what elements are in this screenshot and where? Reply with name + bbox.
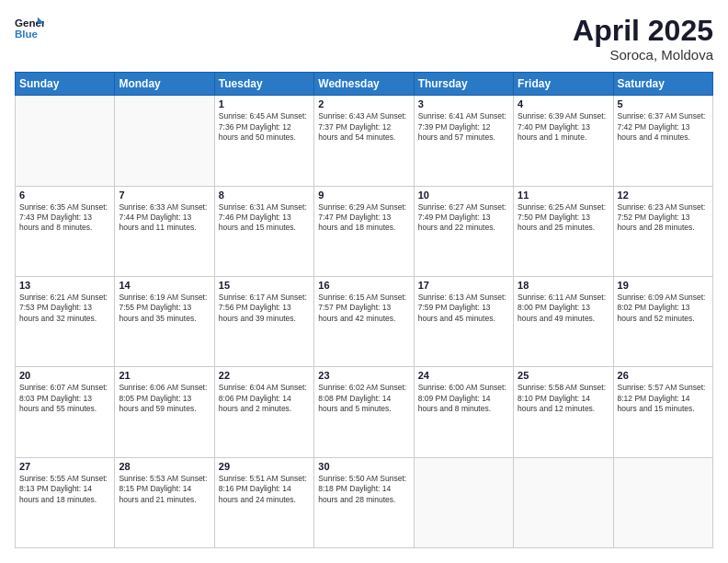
- title-block: April 2025 Soroca, Moldova: [573, 15, 713, 63]
- day-info: Sunrise: 6:41 AM Sunset: 7:39 PM Dayligh…: [418, 111, 509, 143]
- day-number: 8: [219, 190, 310, 201]
- day-number: 15: [219, 280, 310, 291]
- day-number: 22: [219, 370, 310, 381]
- calendar-cell: 18Sunrise: 6:11 AM Sunset: 8:00 PM Dayli…: [514, 276, 613, 366]
- day-number: 20: [19, 370, 110, 381]
- logo: General Blue General Blue: [15, 15, 44, 40]
- calendar-cell: 12Sunrise: 6:23 AM Sunset: 7:52 PM Dayli…: [613, 186, 712, 276]
- calendar-cell: [613, 457, 712, 547]
- day-number: 30: [318, 461, 409, 472]
- calendar-cell: [514, 457, 613, 547]
- calendar-cell: [115, 96, 214, 186]
- day-info: Sunrise: 5:53 AM Sunset: 8:15 PM Dayligh…: [119, 474, 210, 505]
- day-number: 2: [318, 98, 409, 109]
- day-number: 3: [418, 98, 509, 109]
- day-info: Sunrise: 6:43 AM Sunset: 7:37 PM Dayligh…: [318, 111, 409, 143]
- header: General Blue General Blue April 2025 Sor…: [15, 15, 713, 63]
- week-row-0: 1Sunrise: 6:45 AM Sunset: 7:36 PM Daylig…: [16, 96, 713, 186]
- day-info: Sunrise: 6:45 AM Sunset: 7:36 PM Dayligh…: [219, 111, 310, 143]
- col-thursday: Thursday: [414, 73, 513, 96]
- calendar-cell: 4Sunrise: 6:39 AM Sunset: 7:40 PM Daylig…: [514, 96, 613, 186]
- day-info: Sunrise: 6:15 AM Sunset: 7:57 PM Dayligh…: [318, 293, 409, 324]
- header-row: Sunday Monday Tuesday Wednesday Thursday…: [16, 73, 713, 96]
- page: General Blue General Blue April 2025 Sor…: [0, 0, 728, 563]
- day-info: Sunrise: 6:04 AM Sunset: 8:06 PM Dayligh…: [219, 383, 310, 414]
- day-info: Sunrise: 6:23 AM Sunset: 7:52 PM Dayligh…: [618, 202, 709, 234]
- week-row-4: 27Sunrise: 5:55 AM Sunset: 8:13 PM Dayli…: [16, 457, 713, 547]
- day-info: Sunrise: 6:37 AM Sunset: 7:42 PM Dayligh…: [618, 111, 709, 143]
- day-info: Sunrise: 6:29 AM Sunset: 7:47 PM Dayligh…: [318, 202, 409, 234]
- day-info: Sunrise: 6:02 AM Sunset: 8:08 PM Dayligh…: [318, 383, 409, 414]
- day-info: Sunrise: 5:51 AM Sunset: 8:16 PM Dayligh…: [219, 474, 310, 505]
- logo-icon: General Blue: [15, 15, 44, 40]
- calendar-cell: 7Sunrise: 6:33 AM Sunset: 7:44 PM Daylig…: [115, 186, 214, 276]
- calendar-cell: 27Sunrise: 5:55 AM Sunset: 8:13 PM Dayli…: [16, 457, 115, 547]
- day-number: 25: [518, 370, 609, 381]
- calendar-cell: 23Sunrise: 6:02 AM Sunset: 8:08 PM Dayli…: [314, 367, 414, 457]
- day-info: Sunrise: 6:06 AM Sunset: 8:05 PM Dayligh…: [119, 383, 210, 414]
- day-number: 27: [19, 461, 110, 472]
- calendar-cell: 25Sunrise: 5:58 AM Sunset: 8:10 PM Dayli…: [514, 367, 613, 457]
- day-info: Sunrise: 6:11 AM Sunset: 8:00 PM Dayligh…: [518, 293, 609, 324]
- calendar-cell: 3Sunrise: 6:41 AM Sunset: 7:39 PM Daylig…: [414, 96, 513, 186]
- day-number: 4: [518, 98, 609, 109]
- calendar-cell: 9Sunrise: 6:29 AM Sunset: 7:47 PM Daylig…: [314, 186, 414, 276]
- calendar-cell: 26Sunrise: 5:57 AM Sunset: 8:12 PM Dayli…: [613, 367, 712, 457]
- day-info: Sunrise: 5:57 AM Sunset: 8:12 PM Dayligh…: [618, 383, 709, 414]
- day-number: 28: [119, 461, 210, 472]
- day-info: Sunrise: 6:07 AM Sunset: 8:03 PM Dayligh…: [19, 383, 110, 414]
- day-number: 13: [19, 280, 110, 291]
- calendar-cell: 24Sunrise: 6:00 AM Sunset: 8:09 PM Dayli…: [414, 367, 513, 457]
- col-tuesday: Tuesday: [214, 73, 313, 96]
- day-info: Sunrise: 6:39 AM Sunset: 7:40 PM Dayligh…: [518, 111, 609, 143]
- calendar-cell: 5Sunrise: 6:37 AM Sunset: 7:42 PM Daylig…: [613, 96, 712, 186]
- calendar-cell: 28Sunrise: 5:53 AM Sunset: 8:15 PM Dayli…: [115, 457, 214, 547]
- calendar-cell: 2Sunrise: 6:43 AM Sunset: 7:37 PM Daylig…: [314, 96, 414, 186]
- day-number: 18: [518, 280, 609, 291]
- week-row-1: 6Sunrise: 6:35 AM Sunset: 7:43 PM Daylig…: [16, 186, 713, 276]
- day-number: 16: [318, 280, 409, 291]
- calendar-table: Sunday Monday Tuesday Wednesday Thursday…: [15, 72, 713, 548]
- subtitle: Soroca, Moldova: [573, 47, 713, 63]
- day-number: 21: [119, 370, 210, 381]
- day-info: Sunrise: 5:55 AM Sunset: 8:13 PM Dayligh…: [19, 474, 110, 505]
- day-number: 5: [618, 98, 709, 109]
- calendar-cell: 6Sunrise: 6:35 AM Sunset: 7:43 PM Daylig…: [16, 186, 115, 276]
- col-friday: Friday: [514, 73, 613, 96]
- calendar-cell: 14Sunrise: 6:19 AM Sunset: 7:55 PM Dayli…: [115, 276, 214, 366]
- calendar-cell: 17Sunrise: 6:13 AM Sunset: 7:59 PM Dayli…: [414, 276, 513, 366]
- calendar-cell: 8Sunrise: 6:31 AM Sunset: 7:46 PM Daylig…: [214, 186, 313, 276]
- calendar-cell: 16Sunrise: 6:15 AM Sunset: 7:57 PM Dayli…: [314, 276, 414, 366]
- day-info: Sunrise: 6:31 AM Sunset: 7:46 PM Dayligh…: [219, 202, 310, 234]
- week-row-3: 20Sunrise: 6:07 AM Sunset: 8:03 PM Dayli…: [16, 367, 713, 457]
- calendar-cell: 30Sunrise: 5:50 AM Sunset: 8:18 PM Dayli…: [314, 457, 414, 547]
- calendar-cell: 15Sunrise: 6:17 AM Sunset: 7:56 PM Dayli…: [214, 276, 313, 366]
- day-info: Sunrise: 6:27 AM Sunset: 7:49 PM Dayligh…: [418, 202, 509, 234]
- svg-text:Blue: Blue: [15, 29, 39, 40]
- calendar-cell: 19Sunrise: 6:09 AM Sunset: 8:02 PM Dayli…: [613, 276, 712, 366]
- day-number: 24: [418, 370, 509, 381]
- col-sunday: Sunday: [16, 73, 115, 96]
- calendar-cell: 20Sunrise: 6:07 AM Sunset: 8:03 PM Dayli…: [16, 367, 115, 457]
- day-number: 6: [19, 190, 110, 201]
- calendar-cell: 1Sunrise: 6:45 AM Sunset: 7:36 PM Daylig…: [214, 96, 313, 186]
- day-info: Sunrise: 5:58 AM Sunset: 8:10 PM Dayligh…: [518, 383, 609, 414]
- day-info: Sunrise: 6:33 AM Sunset: 7:44 PM Dayligh…: [119, 202, 210, 234]
- day-number: 29: [219, 461, 310, 472]
- day-info: Sunrise: 6:25 AM Sunset: 7:50 PM Dayligh…: [518, 202, 609, 234]
- day-info: Sunrise: 5:50 AM Sunset: 8:18 PM Dayligh…: [318, 474, 409, 505]
- day-number: 19: [618, 280, 709, 291]
- calendar-cell: 13Sunrise: 6:21 AM Sunset: 7:53 PM Dayli…: [16, 276, 115, 366]
- day-number: 14: [119, 280, 210, 291]
- day-number: 26: [618, 370, 709, 381]
- day-info: Sunrise: 6:09 AM Sunset: 8:02 PM Dayligh…: [618, 293, 709, 324]
- calendar-cell: 21Sunrise: 6:06 AM Sunset: 8:05 PM Dayli…: [115, 367, 214, 457]
- calendar-cell: 22Sunrise: 6:04 AM Sunset: 8:06 PM Dayli…: [214, 367, 313, 457]
- day-number: 1: [219, 98, 310, 109]
- calendar-cell: 29Sunrise: 5:51 AM Sunset: 8:16 PM Dayli…: [214, 457, 313, 547]
- day-info: Sunrise: 6:21 AM Sunset: 7:53 PM Dayligh…: [19, 293, 110, 324]
- day-number: 11: [518, 190, 609, 201]
- month-title: April 2025: [573, 15, 713, 47]
- calendar-cell: 11Sunrise: 6:25 AM Sunset: 7:50 PM Dayli…: [514, 186, 613, 276]
- calendar-cell: [16, 96, 115, 186]
